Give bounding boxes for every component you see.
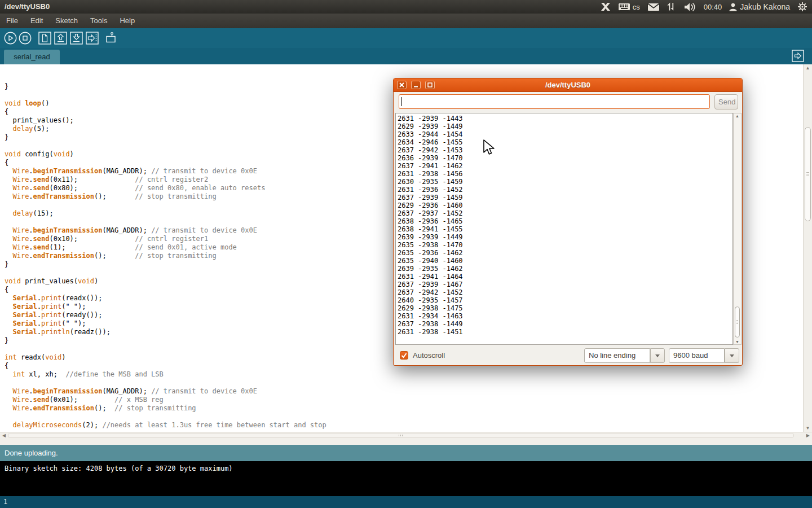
scroll-right-arrow-icon[interactable]: ▶: [806, 432, 810, 439]
serial-window-titlebar[interactable]: /dev/ttyUSB0: [394, 78, 742, 92]
chevron-down-icon: [730, 354, 734, 357]
editor-hscroll-thumb[interactable]: [8, 433, 794, 438]
active-window-title: /dev/ttyUSB0: [5, 0, 50, 14]
scroll-up-arrow-icon[interactable]: ▲: [804, 65, 812, 71]
system-tray: cs 00:40 Jakub Kakona: [601, 0, 812, 14]
status-message: Done uploading.: [5, 449, 58, 457]
top-panel: /dev/ttyUSB0 cs 00:40 Jakub Kakona: [0, 0, 812, 14]
build-console: Binary sketch size: 4208 bytes (of a 307…: [0, 461, 812, 496]
status-bar: Done uploading.: [0, 445, 812, 461]
open-button[interactable]: [54, 31, 68, 45]
upload-button[interactable]: [85, 31, 99, 45]
serial-monitor-window: /dev/ttyUSB0 Send 2631 -2939 -14432629 -…: [393, 78, 743, 366]
play-icon: [3, 31, 17, 45]
line-ending-dropdown-button[interactable]: [650, 348, 665, 363]
autoscroll-checkbox[interactable]: [400, 351, 408, 360]
serial-monitor-button[interactable]: [104, 31, 118, 45]
save-button[interactable]: [69, 31, 83, 45]
serial-monitor-controls: Autoscroll No line ending 9600 baud: [394, 346, 742, 365]
console-text: Binary sketch size: 4208 bytes (of a 307…: [5, 465, 233, 472]
chevron-down-icon: [655, 354, 660, 357]
baud-rate-select[interactable]: 9600 baud: [669, 348, 725, 363]
menu-help[interactable]: Help: [113, 14, 141, 28]
serial-input[interactable]: [399, 94, 710, 109]
send-button[interactable]: Send: [714, 94, 738, 110]
serial-output: 2631 -2939 -14432629 -2939 -14492633 -29…: [396, 113, 732, 336]
up-arrow-icon: [54, 31, 68, 45]
checkmark-icon: [400, 352, 408, 359]
right-arrow-icon: [85, 31, 99, 45]
line-indicator-bar: 1: [0, 496, 812, 508]
tray-app-icon[interactable]: [601, 2, 611, 11]
keyboard-layout-label: cs: [633, 3, 640, 11]
editor-bottom-strip: [0, 439, 812, 445]
mouse-cursor: [483, 139, 495, 158]
session-gear-icon[interactable]: [797, 2, 807, 12]
sync-arrows-icon[interactable]: [667, 2, 677, 12]
serial-scroll-down-icon[interactable]: ▼: [734, 340, 741, 344]
volume-icon[interactable]: [684, 2, 696, 12]
baud-rate-dropdown-button[interactable]: [725, 348, 739, 363]
serial-monitor-icon: [104, 31, 118, 45]
clock[interactable]: 00:40: [704, 3, 722, 11]
user-name: Jakub Kakona: [740, 2, 790, 11]
scroll-left-arrow-icon[interactable]: ◀: [2, 432, 6, 439]
new-sketch-button[interactable]: [38, 31, 52, 45]
serial-scroll-thumb[interactable]: [735, 306, 740, 338]
text-caret: [401, 97, 402, 106]
new-file-icon: [38, 31, 52, 45]
user-menu[interactable]: Jakub Kakona: [729, 2, 790, 11]
editor-vertical-scrollbar[interactable]: ▲ ▼: [803, 64, 812, 432]
scroll-down-arrow-icon[interactable]: ▼: [804, 426, 812, 431]
user-icon: [729, 3, 737, 11]
menu-bar: File Edit Sketch Tools Help: [0, 14, 812, 28]
serial-scrollbar[interactable]: ▲ ▼: [733, 113, 742, 345]
menu-tools[interactable]: Tools: [84, 14, 113, 28]
serial-output-area: 2631 -2939 -14432629 -2939 -14492633 -29…: [395, 113, 733, 345]
stop-button[interactable]: [18, 31, 32, 45]
ide-toolbar: [0, 28, 812, 48]
keyboard-layout-icon[interactable]: cs: [618, 3, 640, 11]
editor-horizontal-scrollbar[interactable]: ◀ ▶: [0, 432, 812, 439]
tab-menu-button[interactable]: [792, 50, 804, 62]
line-ending-select[interactable]: No line ending: [584, 348, 650, 363]
down-arrow-icon: [69, 31, 83, 45]
menu-sketch[interactable]: Sketch: [49, 14, 84, 28]
verify-button[interactable]: [3, 31, 17, 45]
menu-edit[interactable]: Edit: [24, 14, 49, 28]
serial-window-title: /dev/ttyUSB0: [394, 78, 742, 91]
tab-menu-arrow-icon: [792, 50, 804, 62]
serial-scroll-up-icon[interactable]: ▲: [734, 114, 741, 118]
autoscroll-label: Autoscroll: [413, 346, 445, 365]
tab-serial-read[interactable]: serial_read: [4, 50, 60, 64]
editor-vscroll-thumb[interactable]: [805, 127, 811, 221]
stop-icon: [18, 31, 32, 45]
line-indicator: 1: [3, 498, 7, 506]
tab-bar: serial_read: [0, 48, 812, 64]
menu-file[interactable]: File: [0, 14, 24, 28]
mail-icon[interactable]: [647, 3, 660, 11]
